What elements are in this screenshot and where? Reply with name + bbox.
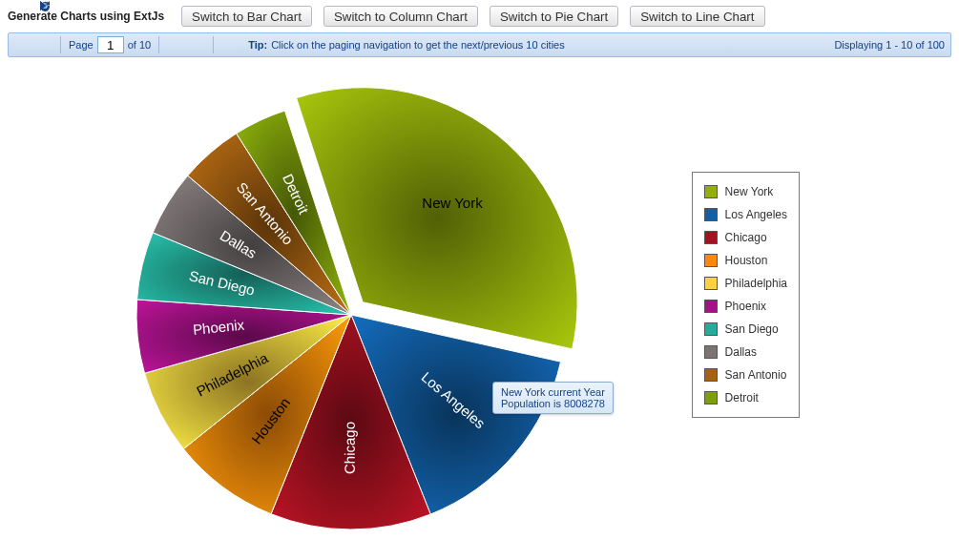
page-next-icon[interactable] [167, 36, 184, 53]
legend-swatch [704, 368, 718, 382]
page-label: Page [69, 39, 94, 51]
switch-pie-button[interactable]: Switch to Pie Chart [490, 6, 618, 27]
tooltip-line2: Population is 8008278 [501, 398, 605, 409]
legend-label: Phoenix [725, 300, 766, 313]
legend-label: Chicago [725, 231, 767, 244]
legend-label: Dallas [725, 345, 757, 359]
page-last-icon[interactable] [188, 36, 205, 53]
legend-item[interactable]: Phoenix [704, 295, 787, 318]
switch-bar-button[interactable]: Switch to Bar Chart [181, 6, 312, 27]
legend-label: San Diego [725, 322, 779, 336]
legend-swatch [704, 231, 718, 244]
separator [213, 36, 214, 53]
legend-item[interactable]: Detroit [704, 386, 787, 409]
legend: New YorkLos AngelesChicagoHoustonPhilade… [692, 172, 800, 418]
legend-swatch [704, 208, 718, 221]
separator [60, 36, 61, 53]
tip-label: Tip: [248, 39, 267, 51]
page-number-input[interactable] [97, 36, 124, 53]
legend-swatch [704, 185, 718, 198]
chart-tooltip: New York current Year Population is 8008… [492, 382, 614, 414]
legend-item[interactable]: San Diego [704, 318, 787, 341]
legend-label: Philadelphia [725, 277, 787, 290]
legend-item[interactable]: Los Angeles [704, 203, 787, 226]
legend-item[interactable]: Dallas [704, 341, 787, 363]
slice-label: Chicago [342, 422, 358, 474]
legend-swatch [704, 345, 718, 359]
legend-swatch [704, 254, 718, 267]
legend-swatch [704, 322, 718, 336]
header-row: Generate Charts using ExtJs Switch to Ba… [8, 6, 951, 27]
legend-item[interactable]: Chicago [704, 226, 787, 249]
legend-item[interactable]: Philadelphia [704, 272, 787, 295]
display-info: Displaying 1 - 10 of 100 [834, 39, 945, 51]
legend-label: New York [725, 185, 774, 198]
legend-item[interactable]: San Antonio [704, 363, 787, 386]
legend-swatch [704, 277, 718, 290]
tooltip-line1: New York current Year [501, 386, 605, 398]
legend-item[interactable]: New York [704, 180, 787, 203]
tip-text: Click on the paging navigation to get th… [271, 39, 565, 51]
slice-label: New York [422, 195, 483, 211]
chart-area: New YorkLos AngelesChicagoHoustonPhilade… [8, 57, 952, 553]
page-title: Generate Charts using ExtJs [8, 10, 164, 23]
separator [158, 36, 159, 53]
legend-swatch [704, 300, 718, 313]
paging-toolbar: Page of 10 Tip: Click on the paging navi… [8, 32, 951, 57]
page-first-icon[interactable] [14, 36, 31, 53]
legend-label: Los Angeles [725, 208, 787, 221]
pie-chart[interactable]: New YorkLos AngelesChicagoHoustonPhilade… [46, 57, 657, 553]
switch-line-button[interactable]: Switch to Line Chart [630, 6, 764, 27]
page-of-label: of 10 [128, 39, 151, 51]
switch-column-button[interactable]: Switch to Column Chart [323, 6, 478, 27]
page-prev-icon[interactable] [35, 36, 52, 53]
legend-swatch [704, 391, 718, 404]
refresh-icon[interactable] [221, 36, 239, 53]
legend-label: Detroit [725, 391, 759, 404]
legend-label: Houston [725, 254, 768, 267]
legend-item[interactable]: Houston [704, 249, 787, 272]
legend-label: San Antonio [725, 368, 787, 382]
